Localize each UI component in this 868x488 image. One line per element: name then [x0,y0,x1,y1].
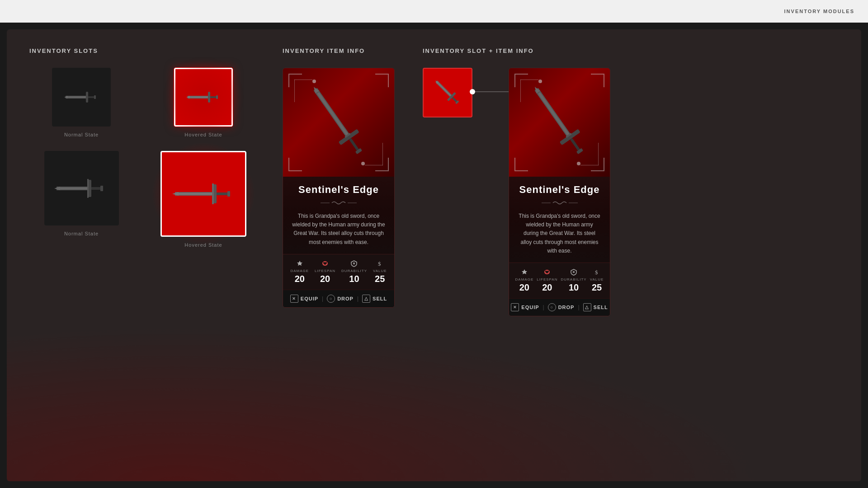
inventory-slots-header: INVENTORY SLOTS [29,47,255,54]
item2-description: This is Grandpa's old sword, once wielde… [518,212,601,255]
sell-icon: △ [362,295,370,303]
inventory-slot-item-section: INVENTORY SLOT + ITEM INFO [423,47,839,316]
damage2-icon [521,268,528,276]
svg-rect-46 [559,129,580,145]
connector2-top [520,80,538,80]
item-description: This is Grandpa's old sword, once wielde… [292,212,385,247]
connector-line [472,91,509,92]
corner-tr [375,74,389,87]
svg-rect-22 [217,192,228,195]
drop-button[interactable]: ○ DROP [327,295,354,303]
value-label: VALUE [373,269,387,273]
item2-actions-bar: ✕ EQUIP | ○ DROP | △ SELL [509,298,610,316]
equip2-icon: ✕ [511,303,519,311]
connector-left [294,80,295,102]
sell2-icon: △ [583,303,591,311]
svg-rect-2 [86,92,88,103]
lifespan2-value: 20 [542,282,552,293]
stat-durability: DURABILITY 10 [341,260,367,284]
item-card-image [283,68,394,177]
svg-rect-25 [212,183,214,204]
slot-large-normal-label: Normal State [64,231,99,236]
slot-large-normal[interactable] [44,151,119,225]
stat-value: $ VALUE 25 [373,260,387,284]
slot-thumbnail[interactable] [423,68,472,117]
connector2-bottom [580,165,599,165]
item2-stats-bar: DAMAGE 20 LIFESPAN 20 [509,263,610,298]
drop2-label: DROP [558,305,575,310]
drop-label: DROP [337,296,354,301]
durability2-label: DURABILITY [561,277,587,282]
lifespan2-label: LIFESPAN [537,277,557,282]
stat-lifespan: LIFESPAN 20 [315,260,335,284]
svg-rect-16 [100,186,103,191]
stat-damage: DAMAGE 20 [290,260,309,284]
connector-dot-top [312,80,316,83]
corner2-tr [591,74,604,87]
item2-sword-large-icon [524,77,596,168]
main-panel: INVENTORY SLOTS [7,29,861,481]
damage-value: 20 [295,274,305,284]
equip2-button[interactable]: ✕ EQUIP [511,303,539,311]
svg-rect-10 [216,95,218,99]
value-value: 25 [375,274,385,284]
svg-rect-14 [88,180,91,197]
item-card-main: Sentinel's Edge This is Grandpa's old sw… [283,68,395,308]
corner-br [375,158,389,171]
svg-rect-15 [91,187,101,190]
equip-icon: ✕ [290,295,298,303]
connector-right [382,143,383,165]
equip-button[interactable]: ✕ EQUIP [290,295,318,303]
slot-small-normal[interactable] [52,68,111,127]
svg-rect-3 [88,96,95,98]
svg-rect-18 [87,179,89,198]
slot-group-small-normal: Normal State [29,68,133,137]
corner-bl [288,158,302,171]
slot-small-hovered[interactable] [174,68,233,127]
stat2-lifespan: LIFESPAN 20 [537,268,557,293]
lifespan-value: 20 [320,274,330,284]
value2-icon: $ [593,268,600,276]
slot-large-hovered[interactable] [160,151,246,237]
sell-label: SELL [373,296,387,301]
item2-name: Sentinel's Edge [518,184,601,196]
drop2-icon: ○ [548,303,556,311]
svg-rect-4 [94,95,96,99]
item-sword-large-icon [302,77,375,168]
value2-label: VALUE [590,277,604,282]
inventory-slots-section: INVENTORY SLOTS [29,47,255,316]
svg-rect-28 [339,129,359,145]
sword-small-normal-icon [56,71,107,122]
sell2-button[interactable]: △ SELL [583,303,608,311]
lifespan2-icon [543,268,551,276]
connector-dot-bottom [361,162,365,165]
durability-icon [350,260,358,267]
durability-value: 10 [349,274,359,284]
svg-rect-17 [60,188,88,189]
drop2-button[interactable]: ○ DROP [548,303,575,311]
svg-rect-9 [210,96,217,98]
item-divider-ornament [321,199,357,206]
value2-value: 25 [592,282,602,293]
stat2-durability: DURABILITY 10 [561,268,587,293]
top-bar: INVENTORY MODULES [0,0,868,23]
slot-item-header: INVENTORY SLOT + ITEM INFO [423,47,839,54]
sell2-label: SELL [594,305,608,310]
sell-button[interactable]: △ SELL [362,295,387,303]
sep4: | [578,304,579,310]
slot-large-hovered-label: Hovered State [184,242,222,248]
damage-label: DAMAGE [290,269,309,273]
svg-text:$: $ [595,269,598,276]
item-card-slot-combined: Sentinel's Edge This is Grandpa's old sw… [509,68,610,316]
equip2-label: EQUIP [521,305,539,310]
svg-rect-43 [438,83,451,96]
damage-icon [296,260,303,267]
corner2-br [591,158,604,171]
svg-rect-49 [538,92,570,136]
item-info-header: INVENTORY ITEM INFO [283,47,396,54]
sep3: | [543,304,544,310]
damage2-label: DAMAGE [515,277,534,282]
connector-dot [470,89,475,94]
svg-rect-31 [317,92,349,136]
slot-group-large-normal: Normal State [29,151,133,248]
